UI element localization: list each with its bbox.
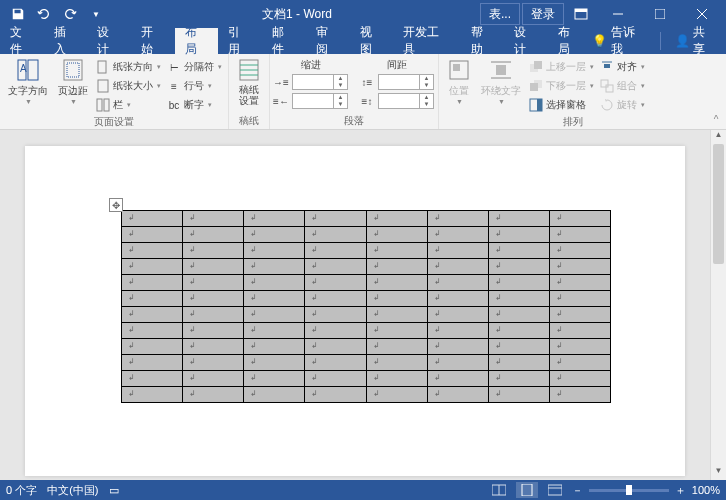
table-row[interactable]: ↲↲↲↲↲↲↲↲	[122, 211, 611, 227]
table-cell[interactable]: ↲	[549, 387, 610, 403]
table-cell[interactable]: ↲	[183, 387, 244, 403]
table-cell[interactable]: ↲	[183, 307, 244, 323]
selection-pane-button[interactable]: 选择窗格	[527, 96, 596, 114]
tell-me-button[interactable]: 告诉我	[611, 24, 656, 58]
tab-developer[interactable]: 开发工具	[393, 28, 460, 54]
table-cell[interactable]: ↲	[122, 387, 183, 403]
table-cell[interactable]: ↲	[488, 259, 549, 275]
vertical-scrollbar[interactable]: ▲ ▼	[710, 130, 726, 480]
table-cell[interactable]: ↲	[305, 211, 366, 227]
table-cell[interactable]: ↲	[305, 227, 366, 243]
table-cell[interactable]: ↲	[366, 323, 427, 339]
breaks-button[interactable]: ⊢分隔符▾	[165, 58, 224, 76]
table-row[interactable]: ↲↲↲↲↲↲↲↲	[122, 355, 611, 371]
tab-review[interactable]: 审阅	[306, 28, 350, 54]
table-cell[interactable]: ↲	[183, 291, 244, 307]
table-cell[interactable]: ↲	[549, 243, 610, 259]
table-row[interactable]: ↲↲↲↲↲↲↲↲	[122, 339, 611, 355]
table-cell[interactable]: ↲	[549, 339, 610, 355]
table-cell[interactable]: ↲	[244, 275, 305, 291]
table-cell[interactable]: ↲	[488, 291, 549, 307]
margins-button[interactable]: 页边距▼	[54, 56, 92, 107]
align-button[interactable]: 对齐▾	[598, 58, 647, 76]
print-layout-button[interactable]	[516, 482, 538, 498]
scroll-up-arrow[interactable]: ▲	[711, 130, 726, 144]
table-cell[interactable]: ↲	[122, 243, 183, 259]
table-cell[interactable]: ↲	[488, 339, 549, 355]
macro-status-icon[interactable]: ▭	[109, 484, 119, 497]
table-cell[interactable]: ↲	[244, 339, 305, 355]
indent-left-spinner[interactable]: ▲▼	[292, 74, 348, 90]
table-cell[interactable]: ↲	[183, 275, 244, 291]
read-mode-button[interactable]	[488, 482, 510, 498]
table-row[interactable]: ↲↲↲↲↲↲↲↲	[122, 275, 611, 291]
table-cell[interactable]: ↲	[427, 243, 488, 259]
table-cell[interactable]: ↲	[427, 259, 488, 275]
login-button[interactable]: 登录	[522, 3, 564, 25]
table-cell[interactable]: ↲	[488, 355, 549, 371]
table-cell[interactable]: ↲	[244, 259, 305, 275]
tab-home[interactable]: 开始	[131, 28, 175, 54]
zoom-in-button[interactable]: ＋	[675, 483, 686, 498]
table-cell[interactable]: ↲	[366, 387, 427, 403]
table-cell[interactable]: ↲	[244, 323, 305, 339]
table-cell[interactable]: ↲	[244, 227, 305, 243]
table-cell[interactable]: ↲	[427, 275, 488, 291]
spacing-before-spinner[interactable]: ▲▼	[378, 74, 434, 90]
table-cell[interactable]: ↲	[427, 371, 488, 387]
table-cell[interactable]: ↲	[549, 259, 610, 275]
table-cell[interactable]: ↲	[183, 243, 244, 259]
table-cell[interactable]: ↲	[488, 211, 549, 227]
qat-customize-button[interactable]: ▼	[84, 3, 108, 25]
table-cell[interactable]: ↲	[366, 227, 427, 243]
table-cell[interactable]: ↲	[183, 227, 244, 243]
table-cell[interactable]: ↲	[549, 323, 610, 339]
document-scroll[interactable]: ✥ ↲↲↲↲↲↲↲↲↲↲↲↲↲↲↲↲↲↲↲↲↲↲↲↲↲↲↲↲↲↲↲↲↲↲↲↲↲↲…	[0, 130, 710, 480]
table-cell[interactable]: ↲	[183, 259, 244, 275]
table-cell[interactable]: ↲	[366, 259, 427, 275]
table-cell[interactable]: ↲	[427, 339, 488, 355]
save-button[interactable]	[6, 3, 30, 25]
collapse-ribbon-button[interactable]: ^	[706, 54, 726, 129]
table-cell[interactable]: ↲	[366, 339, 427, 355]
table-cell[interactable]: ↲	[244, 291, 305, 307]
zoom-out-button[interactable]: －	[572, 483, 583, 498]
tab-file[interactable]: 文件	[0, 28, 44, 54]
table-cell[interactable]: ↲	[366, 275, 427, 291]
manuscript-settings-button[interactable]: 稿纸 设置	[233, 56, 265, 108]
tab-design[interactable]: 设计	[87, 28, 131, 54]
table-cell[interactable]: ↲	[366, 291, 427, 307]
table-cell[interactable]: ↲	[183, 339, 244, 355]
table-cell[interactable]: ↲	[183, 371, 244, 387]
table-row[interactable]: ↲↲↲↲↲↲↲↲	[122, 227, 611, 243]
table-cell[interactable]: ↲	[122, 339, 183, 355]
undo-button[interactable]	[32, 3, 56, 25]
table-cell[interactable]: ↲	[366, 355, 427, 371]
table-cell[interactable]: ↲	[427, 387, 488, 403]
table-cell[interactable]: ↲	[183, 211, 244, 227]
table-cell[interactable]: ↲	[244, 307, 305, 323]
tab-references[interactable]: 引用	[218, 28, 262, 54]
table-row[interactable]: ↲↲↲↲↲↲↲↲	[122, 371, 611, 387]
table-cell[interactable]: ↲	[244, 243, 305, 259]
web-layout-button[interactable]	[544, 482, 566, 498]
table-row[interactable]: ↲↲↲↲↲↲↲↲	[122, 323, 611, 339]
table-cell[interactable]: ↲	[305, 243, 366, 259]
table-cell[interactable]: ↲	[244, 371, 305, 387]
table-cell[interactable]: ↲	[305, 339, 366, 355]
table-cell[interactable]: ↲	[122, 307, 183, 323]
table-cell[interactable]: ↲	[488, 227, 549, 243]
line-numbers-button[interactable]: ≡行号▾	[165, 77, 224, 95]
language-status[interactable]: 中文(中国)	[47, 483, 98, 498]
table-cell[interactable]: ↲	[122, 227, 183, 243]
table-cell[interactable]: ↲	[549, 307, 610, 323]
table-cell[interactable]: ↲	[366, 211, 427, 227]
table-cell[interactable]: ↲	[122, 355, 183, 371]
share-button[interactable]: 👤共享	[665, 24, 726, 58]
table-cell[interactable]: ↲	[488, 323, 549, 339]
table-cell[interactable]: ↲	[427, 323, 488, 339]
word-count[interactable]: 0 个字	[6, 483, 37, 498]
table-cell[interactable]: ↲	[305, 371, 366, 387]
table-cell[interactable]: ↲	[366, 243, 427, 259]
table-cell[interactable]: ↲	[488, 371, 549, 387]
